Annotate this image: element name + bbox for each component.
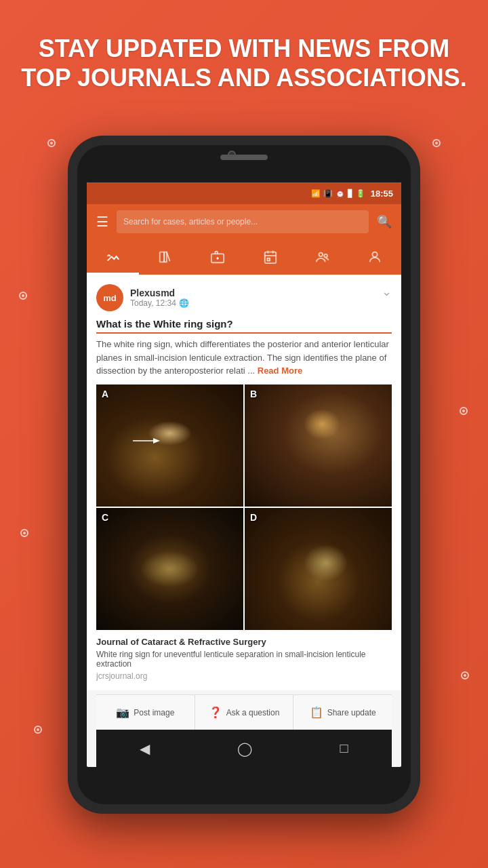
tab-profile[interactable] [349,239,401,275]
svg-point-11 [324,254,327,258]
tab-feed[interactable] [87,239,139,275]
image-a[interactable]: A [96,384,243,507]
svg-rect-0 [160,252,164,262]
globe-icon: 🌐 [179,298,189,308]
share-update-button[interactable]: 📋 Share update [293,695,392,730]
article-body: The white ring sign, which differentiate… [96,338,392,378]
svg-marker-14 [153,438,160,443]
image-b[interactable]: B [245,384,392,507]
bluetooth-icon: 📶 [311,189,321,198]
search-placeholder: Search for cases, articles or people... [123,217,258,226]
journal-desc: White ring sign for uneventful lenticule… [96,650,392,669]
back-button[interactable]: ◀ [140,741,150,757]
chevron-down-icon[interactable]: ⌄ [382,284,392,299]
top-nav: ☰ Search for cases, articles or people..… [87,204,401,239]
header-section: STAY UPDATED WITH NEWS FROM TOP JOURNALS… [0,34,488,92]
image-b-label: B [250,389,257,399]
journal-url[interactable]: jcrsjournal.org [96,671,392,681]
read-more-link[interactable]: Read More [258,366,302,376]
timestamp: Today, 12:34 🌐 [130,298,189,308]
phone-screen: 📶 📳 ⏰ ▊ 🔋 18:55 ☰ Search for cases, arti… [87,182,401,767]
home-button[interactable]: ◯ [237,741,252,757]
avatar-info: md Plexusmd Today, 12:34 🌐 [96,284,189,311]
search-bar[interactable]: Search for cases, articles or people... [117,210,369,233]
image-c-label: C [102,512,108,523]
article-card: md Plexusmd Today, 12:34 🌐 [87,275,401,690]
image-d[interactable]: D [245,508,392,630]
status-bar: 📶 📳 ⏰ ▊ 🔋 18:55 [87,182,401,204]
status-icons: 📶 📳 ⏰ ▊ 🔋 18:55 [311,189,393,199]
svg-point-10 [319,253,323,257]
image-grid: A B [96,384,392,630]
share-icon: 📋 [310,706,323,719]
search-icon[interactable]: 🔍 [377,214,392,229]
svg-point-12 [373,252,378,257]
camera-icon: 📷 [116,706,129,719]
signal-icon: ▊ [348,189,353,198]
content-area: md Plexusmd Today, 12:34 🌐 [87,275,401,767]
ask-question-button[interactable]: ❓ Ask a question [195,695,294,730]
image-c[interactable]: C [96,508,243,630]
header-title: STAY UPDATED WITH NEWS FROM TOP JOURNALS… [20,34,468,92]
user-info: Plexusmd Today, 12:34 🌐 [130,288,189,308]
tab-bar [87,239,401,275]
tab-calendar[interactable] [244,239,296,275]
tab-network[interactable] [296,239,348,275]
phone-frame: 📶 📳 ⏰ ▊ 🔋 18:55 ☰ Search for cases, arti… [68,136,420,814]
tab-cases[interactable] [192,239,244,275]
card-header: md Plexusmd Today, 12:34 🌐 [96,284,392,311]
vibrate-icon: 📳 [323,189,333,198]
question-icon: ❓ [209,706,222,719]
hamburger-menu-icon[interactable]: ☰ [96,214,108,230]
action-bar: 📷 Post image ❓ Ask a question 📋 Share up… [96,694,392,730]
svg-rect-1 [164,252,167,262]
image-a-label: A [102,389,108,399]
image-d-label: D [250,512,257,523]
journal-name: Journal of Cataract & Refractive Surgery [96,637,392,647]
svg-rect-9 [267,258,270,261]
tab-library[interactable] [139,239,191,275]
recent-button[interactable]: □ [340,741,348,756]
post-image-button[interactable]: 📷 Post image [96,695,195,730]
avatar: md [96,284,123,311]
alarm-icon: ⏰ [336,189,345,198]
phone-speaker [220,155,268,160]
battery-icon: 🔋 [356,189,365,198]
article-title: What is the White ring sign? [96,318,392,334]
time-display: 18:55 [371,189,393,199]
phone-nav-bar: ◀ ◯ □ [96,730,392,767]
username[interactable]: Plexusmd [130,288,189,298]
svg-rect-5 [264,252,276,264]
